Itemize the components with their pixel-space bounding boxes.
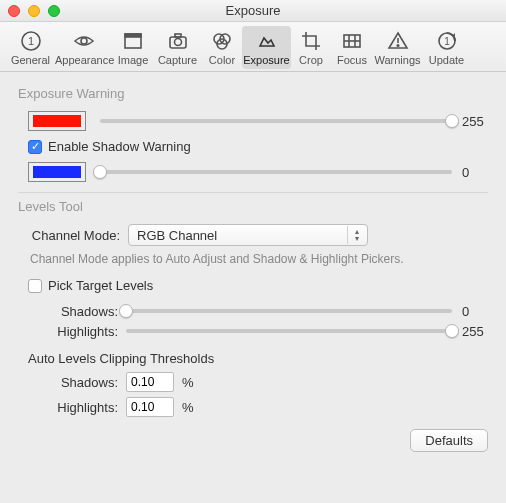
defaults-button[interactable]: Defaults xyxy=(410,429,488,452)
auto-shadows-input[interactable] xyxy=(126,372,174,392)
highlight-color-inner xyxy=(33,115,81,127)
tab-crop[interactable]: Crop xyxy=(291,26,331,69)
channel-mode-label: Channel Mode: xyxy=(18,228,128,243)
crop-icon xyxy=(300,30,322,52)
tab-update[interactable]: 1 Update xyxy=(422,26,471,69)
auto-levels-heading: Auto Levels Clipping Thresholds xyxy=(28,351,488,366)
tab-label: General xyxy=(6,54,55,66)
color-icon xyxy=(211,30,233,52)
target-shadows-label: Shadows: xyxy=(18,304,126,319)
pick-target-levels-label: Pick Target Levels xyxy=(48,278,153,293)
target-shadows-slider[interactable] xyxy=(126,301,452,321)
highlight-color-swatch[interactable] xyxy=(28,111,86,131)
shadow-color-inner xyxy=(33,166,81,178)
target-highlights-label: Highlights: xyxy=(18,324,126,339)
warning-icon xyxy=(387,30,409,52)
chevron-updown-icon xyxy=(347,226,365,244)
enable-shadow-warning-checkbox[interactable]: ✓ xyxy=(28,140,42,154)
slider-thumb[interactable] xyxy=(93,165,107,179)
exposure-icon xyxy=(256,30,278,52)
slider-track xyxy=(100,170,452,174)
tab-label: Capture xyxy=(153,54,202,66)
tab-appearance[interactable]: Appearance xyxy=(55,26,113,69)
channel-mode-hint: Channel Mode applies to Auto Adjust and … xyxy=(20,252,488,266)
tab-label: Color xyxy=(202,54,242,66)
target-shadows-value: 0 xyxy=(452,304,488,319)
percent-label: % xyxy=(182,375,194,390)
channel-mode-value: RGB Channel xyxy=(137,228,217,243)
svg-text:1: 1 xyxy=(27,35,33,47)
tab-image[interactable]: Image xyxy=(113,26,153,69)
svg-rect-7 xyxy=(175,34,181,37)
tab-label: Exposure xyxy=(242,54,291,66)
tab-focus[interactable]: Focus xyxy=(331,26,373,69)
tab-exposure[interactable]: Exposure xyxy=(242,26,291,69)
slider-thumb[interactable] xyxy=(119,304,133,318)
titlebar: Exposure xyxy=(0,0,506,22)
svg-point-16 xyxy=(397,45,399,47)
tab-label: Warnings xyxy=(373,54,422,66)
slider-track xyxy=(126,329,452,333)
pick-target-levels-checkbox[interactable] xyxy=(28,279,42,293)
slider-track xyxy=(126,309,452,313)
target-highlights-slider[interactable] xyxy=(126,321,452,341)
general-icon: 1 xyxy=(20,30,42,52)
shadow-color-swatch[interactable] xyxy=(28,162,86,182)
tab-label: Crop xyxy=(291,54,331,66)
image-icon xyxy=(122,30,144,52)
svg-point-2 xyxy=(81,38,87,44)
tab-label: Appearance xyxy=(55,54,113,66)
tab-label: Image xyxy=(113,54,153,66)
content: Exposure Warning 255 ✓ Enable Shadow War… xyxy=(0,72,506,464)
enable-shadow-warning-label: Enable Shadow Warning xyxy=(48,139,191,154)
auto-highlights-label: Highlights: xyxy=(18,400,126,415)
auto-highlights-input[interactable] xyxy=(126,397,174,417)
svg-point-6 xyxy=(174,39,181,46)
slider-thumb[interactable] xyxy=(445,324,459,338)
shadow-warning-value: 0 xyxy=(452,165,488,180)
channel-mode-select[interactable]: RGB Channel xyxy=(128,224,368,246)
tab-capture[interactable]: Capture xyxy=(153,26,202,69)
highlight-warning-slider[interactable] xyxy=(100,111,452,131)
exposure-warning-heading: Exposure Warning xyxy=(18,86,488,101)
tab-color[interactable]: Color xyxy=(202,26,242,69)
eye-icon xyxy=(73,30,95,52)
percent-label: % xyxy=(182,400,194,415)
camera-icon xyxy=(167,30,189,52)
tab-warnings[interactable]: Warnings xyxy=(373,26,422,69)
svg-text:1: 1 xyxy=(444,36,450,47)
tab-label: Update xyxy=(422,54,471,66)
tab-label: Focus xyxy=(331,54,373,66)
focus-icon xyxy=(341,30,363,52)
slider-track xyxy=(100,119,452,123)
levels-tool-heading: Levels Tool xyxy=(18,199,488,214)
shadow-warning-slider[interactable] xyxy=(100,162,452,182)
prefs-toolbar: 1 General Appearance Image Capture Color… xyxy=(0,22,506,72)
window-title: Exposure xyxy=(0,3,506,18)
tab-general[interactable]: 1 General xyxy=(6,26,55,69)
update-icon: 1 xyxy=(436,30,458,52)
svg-rect-4 xyxy=(125,34,141,37)
auto-shadows-label: Shadows: xyxy=(18,375,126,390)
slider-thumb[interactable] xyxy=(445,114,459,128)
divider xyxy=(18,192,488,193)
